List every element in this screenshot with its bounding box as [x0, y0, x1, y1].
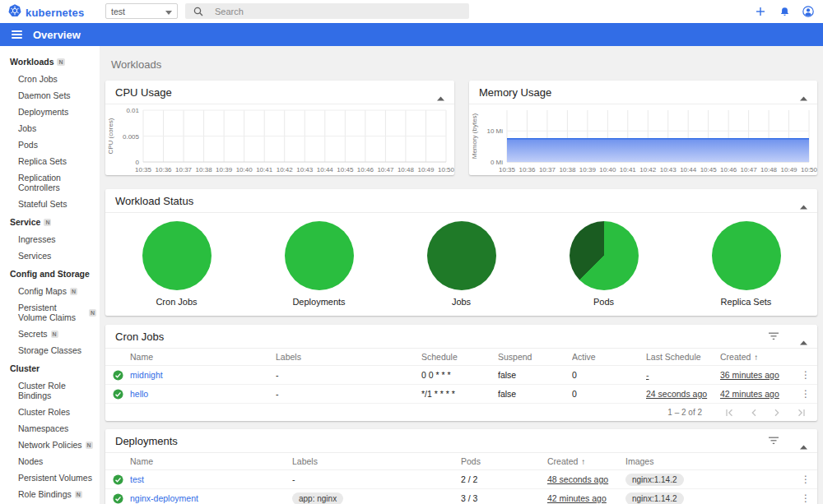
table-row[interactable]: midnight-0 0 * * *false0-36 minutes ago⋮	[105, 366, 817, 385]
column-header-last-schedule[interactable]: Last Schedule	[646, 352, 720, 362]
cell-last-schedule[interactable]: -	[646, 370, 720, 380]
sidebar-item-daemon-sets[interactable]: Daemon Sets	[0, 87, 100, 104]
pie-chart	[712, 221, 781, 290]
image-chip: nginx:1.14.2	[625, 474, 684, 486]
new-badge: N	[44, 219, 51, 226]
sidebar-item-config-maps[interactable]: Config MapsN	[0, 283, 100, 299]
sidebar-section-service[interactable]: ServiceN	[0, 212, 100, 231]
svg-text:10:38: 10:38	[559, 166, 576, 173]
resource-name-link[interactable]: test	[130, 474, 292, 484]
search-input[interactable]	[213, 6, 469, 17]
column-header-created[interactable]: Created↑	[720, 352, 794, 362]
memory-usage-chart: 10 Mi0 Mi10:3510:3610:3710:3810:3910:401…	[469, 104, 817, 174]
sidebar-item-label: Cluster Roles	[18, 407, 70, 417]
sidebar-item-deployments[interactable]: Deployments	[0, 104, 100, 120]
cell-created[interactable]: 36 minutes ago	[720, 370, 794, 380]
sidebar-item-label: Namespaces	[18, 423, 68, 433]
svg-text:10:40: 10:40	[599, 166, 616, 173]
column-header-active[interactable]: Active	[572, 352, 646, 362]
last-page-icon[interactable]	[797, 409, 806, 417]
collapse-caret-icon[interactable]	[800, 334, 807, 339]
row-menu-kebab-icon[interactable]: ⋮	[794, 492, 817, 504]
cell-pods: 2 / 2	[461, 474, 547, 484]
sidebar-item-label: Cron Jobs	[18, 74, 58, 84]
collapse-caret-icon[interactable]	[437, 90, 444, 95]
sidebar-section-cluster[interactable]: Cluster	[0, 358, 100, 377]
cell-labels: -	[276, 389, 421, 399]
next-page-icon[interactable]	[774, 409, 780, 417]
column-header-labels[interactable]: Labels	[276, 352, 421, 362]
sidebar-section-config-and-storage[interactable]: Config and Storage	[0, 264, 100, 283]
previous-page-icon[interactable]	[751, 409, 757, 417]
cell-created[interactable]: 42 minutes ago	[720, 389, 794, 399]
resource-name-link[interactable]: hello	[130, 389, 276, 399]
sidebar-item-label: Network Policies	[18, 440, 82, 450]
sidebar-item-ingresses[interactable]: Ingresses	[0, 231, 100, 247]
column-header-created[interactable]: Created↑	[547, 456, 625, 466]
collapse-caret-icon[interactable]	[800, 90, 807, 95]
sidebar-item-persistent-volume-claims[interactable]: Persistent Volume ClaimsN	[0, 299, 100, 326]
kubernetes-logo[interactable]: kubernetes	[8, 4, 84, 21]
sidebar-item-namespaces[interactable]: Namespaces	[0, 420, 100, 437]
sidebar-item-role-bindings[interactable]: Role BindingsN	[0, 486, 100, 502]
column-header-schedule[interactable]: Schedule	[421, 352, 498, 362]
filter-icon[interactable]	[769, 437, 779, 445]
sidebar-item-services[interactable]: Services	[0, 247, 100, 264]
row-menu-kebab-icon[interactable]: ⋮	[794, 369, 817, 381]
svg-text:10:44: 10:44	[317, 166, 334, 173]
table-row[interactable]: nginx-deploymentapp: nginx3 / 342 minute…	[105, 489, 817, 504]
page-toolbar: Overview	[0, 23, 823, 46]
namespace-value: test	[111, 7, 125, 16]
deployments-table-header: NameLabelsPodsCreated↑Images	[105, 453, 817, 470]
collapse-caret-icon[interactable]	[800, 438, 807, 443]
cell-last-schedule[interactable]: 24 seconds ago	[646, 389, 720, 399]
resource-name-link[interactable]: nginx-deployment	[130, 493, 292, 503]
cron-jobs-table-body: midnight-0 0 * * *false0-36 minutes ago⋮…	[105, 366, 817, 404]
menu-hamburger-icon[interactable]	[12, 30, 22, 39]
column-header-suspend[interactable]: Suspend	[498, 352, 572, 362]
sidebar-section-workloads[interactable]: WorkloadsN	[0, 52, 100, 71]
first-page-icon[interactable]	[725, 409, 734, 417]
cpu-usage-title: CPU Usage	[115, 86, 437, 99]
create-plus-icon[interactable]	[754, 5, 767, 18]
column-header-images[interactable]: Images	[625, 456, 794, 466]
row-menu-kebab-icon[interactable]: ⋮	[794, 474, 817, 485]
filter-icon[interactable]	[769, 332, 779, 340]
sidebar-item-replica-sets[interactable]: Replica Sets	[0, 153, 100, 169]
column-header-pods[interactable]: Pods	[461, 456, 547, 466]
sidebar-item-storage-classes[interactable]: Storage Classes	[0, 342, 100, 358]
sidebar-item-label: Replica Sets	[18, 156, 67, 166]
svg-text:10:50: 10:50	[438, 166, 454, 173]
account-icon[interactable]	[802, 5, 815, 18]
resource-name-link[interactable]: midnight	[130, 370, 276, 380]
sidebar-item-pods[interactable]: Pods	[0, 136, 100, 153]
svg-text:0 Mi: 0 Mi	[491, 159, 503, 166]
cell-created[interactable]: 42 minutes ago	[547, 493, 625, 503]
label-chip: app: nginx	[292, 492, 343, 504]
sidebar-item-secrets[interactable]: SecretsN	[0, 326, 100, 342]
sidebar-item-network-policies[interactable]: Network PoliciesN	[0, 437, 100, 453]
sidebar-item-cron-jobs[interactable]: Cron Jobs	[0, 71, 100, 87]
search-bar[interactable]	[185, 3, 469, 19]
sidebar-item-replication-controllers[interactable]: Replication Controllers	[0, 169, 100, 196]
sidebar-item-label: Deployments	[18, 107, 68, 117]
table-row[interactable]: hello-*/1 * * * *false024 seconds ago42 …	[105, 385, 817, 404]
table-row[interactable]: test-2 / 248 seconds agonginx:1.14.2⋮	[105, 470, 817, 489]
column-header-name[interactable]: Name	[130, 456, 292, 466]
namespace-selector[interactable]: test	[105, 3, 178, 19]
collapse-caret-icon[interactable]	[800, 198, 807, 203]
row-menu-kebab-icon[interactable]: ⋮	[794, 388, 817, 400]
column-header-labels[interactable]: Labels	[292, 456, 461, 466]
sidebar-item-persistent-volumes[interactable]: Persistent Volumes	[0, 469, 100, 486]
sidebar-item-jobs[interactable]: Jobs	[0, 120, 100, 136]
sidebar-item-cluster-roles[interactable]: Cluster Roles	[0, 404, 100, 420]
sidebar-item-nodes[interactable]: Nodes	[0, 453, 100, 469]
notifications-bell-icon[interactable]	[778, 5, 791, 18]
sidebar-item-cluster-role-bindings[interactable]: Cluster Role Bindings	[0, 377, 100, 404]
sidebar-item-stateful-sets[interactable]: Stateful Sets	[0, 196, 100, 212]
workload-pie-deployments: Deployments	[248, 221, 390, 307]
cell-created[interactable]: 48 seconds ago	[547, 474, 625, 484]
column-header-name[interactable]: Name	[130, 352, 276, 362]
workload-status-pies: Cron JobsDeploymentsJobsPodsReplica Sets	[105, 213, 817, 316]
chevron-down-icon	[165, 7, 172, 16]
